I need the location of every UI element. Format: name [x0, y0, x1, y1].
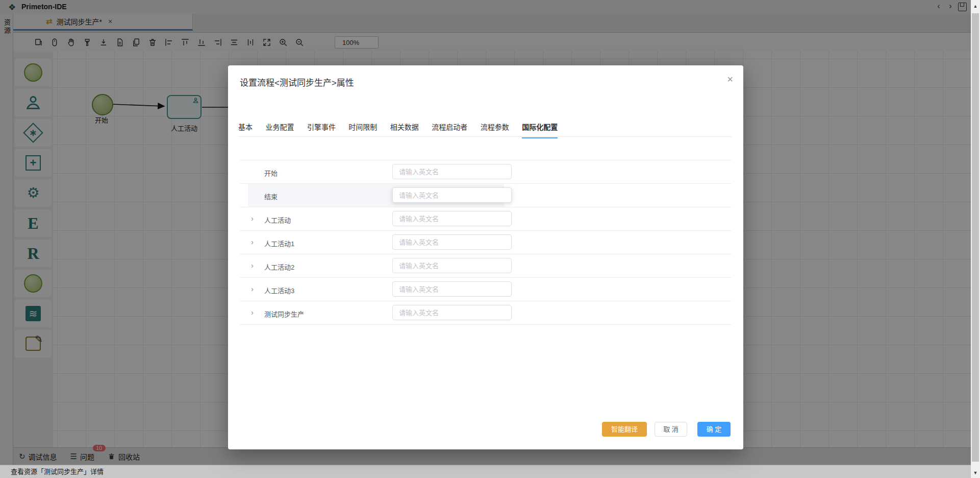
i18n-row-manual-activity3[interactable]: › 人工活动3 — [240, 278, 732, 301]
tab-process-params[interactable]: 流程参数 — [481, 115, 509, 138]
i18n-row-manual-activity1[interactable]: › 人工活动1 — [240, 231, 732, 254]
i18n-row-manual-activity[interactable]: › 人工活动 — [240, 207, 732, 231]
row-label: 人工活动3 — [264, 285, 294, 295]
chevron-right-icon[interactable]: › — [251, 261, 254, 270]
smart-translate-button[interactable]: 智能翻译 — [602, 422, 647, 437]
vertical-scrollbar[interactable]: ▲ ▼ — [971, 0, 980, 478]
english-name-input[interactable] — [392, 258, 512, 273]
dialog-tab-bar: 基本 业务配置 引擎事件 时间限制 相关数据 流程启动者 流程参数 国际化配置 — [238, 115, 732, 137]
chevron-right-icon[interactable]: › — [251, 214, 254, 223]
i18n-row-process[interactable]: › 测试同步生产 — [240, 301, 732, 325]
ok-button[interactable]: 确 定 — [697, 422, 731, 437]
tab-i18n-config[interactable]: 国际化配置 — [522, 115, 558, 138]
english-name-input[interactable] — [392, 187, 512, 203]
tab-related-data[interactable]: 相关数据 — [390, 115, 419, 138]
i18n-row-start[interactable]: 开始 — [240, 160, 732, 184]
row-label: 人工活动 — [264, 215, 291, 225]
dialog-close-icon[interactable]: × — [727, 74, 733, 85]
i18n-row-end[interactable]: 结束 — [240, 184, 732, 207]
cancel-button[interactable]: 取 消 — [655, 422, 687, 437]
row-label: 人工活动1 — [264, 238, 294, 248]
scrollbar-thumb[interactable] — [972, 13, 979, 462]
status-text: 查看资源「测试同步生产」详情 — [11, 468, 104, 475]
scroll-up-icon[interactable]: ▲ — [971, 4, 980, 9]
row-label: 开始 — [264, 168, 278, 178]
scroll-down-icon[interactable]: ▼ — [971, 470, 980, 475]
chevron-right-icon[interactable]: › — [251, 238, 254, 246]
chevron-right-icon[interactable]: › — [251, 285, 254, 293]
i18n-form: 开始 结束 › 人工活动 › 人工活动1 › 人工活动2 › 人工活动3 — [240, 160, 732, 325]
dialog-title: 设置流程<测试同步生产>属性 — [240, 76, 354, 88]
process-properties-dialog: 设置流程<测试同步生产>属性 × 基本 业务配置 引擎事件 时间限制 相关数据 … — [228, 65, 743, 449]
status-bar: 查看资源「测试同步生产」详情 — [0, 465, 971, 478]
tab-time-limit[interactable]: 时间限制 — [348, 115, 377, 138]
row-label: 人工活动2 — [264, 262, 294, 272]
english-name-input[interactable] — [392, 281, 512, 297]
row-label: 结束 — [264, 192, 278, 201]
chevron-right-icon[interactable]: › — [251, 308, 254, 317]
english-name-input[interactable] — [392, 305, 512, 320]
tab-engine-events[interactable]: 引擎事件 — [307, 115, 336, 138]
english-name-input[interactable] — [392, 211, 512, 226]
row-label: 测试同步生产 — [264, 309, 304, 319]
english-name-input[interactable] — [392, 234, 512, 250]
tab-process-initiator[interactable]: 流程启动者 — [432, 115, 467, 138]
tab-basic[interactable]: 基本 — [238, 115, 253, 138]
i18n-row-manual-activity2[interactable]: › 人工活动2 — [240, 254, 732, 278]
english-name-input[interactable] — [392, 164, 512, 179]
tab-business-config[interactable]: 业务配置 — [265, 115, 294, 138]
